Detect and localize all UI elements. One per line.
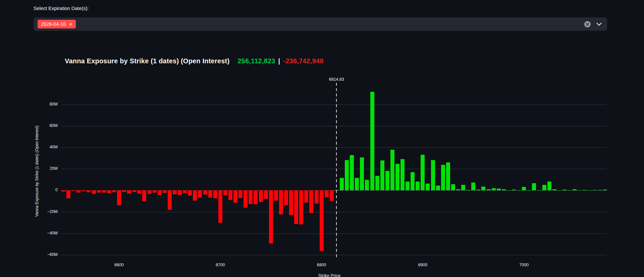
bar-6825 (345, 160, 349, 190)
x-tick-label: 6600 (109, 263, 129, 267)
bar-6635 (153, 190, 157, 192)
bar-6870 (390, 150, 394, 191)
bar-7035 (557, 190, 561, 191)
spot-price-line (336, 83, 337, 260)
bar-6560 (76, 190, 80, 192)
x-axis-title: Strike Price (318, 273, 340, 277)
bar-6800 (320, 190, 324, 251)
bar-6740 (259, 190, 263, 202)
bar-6620 (137, 190, 141, 194)
bar-6760 (279, 190, 283, 214)
y-tick-label: 20M (37, 166, 58, 171)
bar-6965 (487, 189, 491, 190)
bar-6950 (471, 183, 475, 190)
bar-6855 (375, 176, 379, 191)
bar-6700 (218, 190, 222, 222)
vanna-chart-plot-area[interactable]: 80M60M40M20M0−20M−40M−60M6814.8366006700… (0, 70, 644, 277)
bar-6975 (497, 189, 501, 190)
y-tick-label: −60M (37, 252, 58, 257)
bar-6935 (456, 189, 460, 190)
gridline-−20M (61, 212, 606, 212)
y-tick-label: 60M (37, 123, 58, 128)
bar-6865 (385, 171, 389, 190)
bar-6690 (208, 190, 212, 198)
x-tick-label: 6700 (210, 263, 230, 267)
bar-6845 (365, 180, 369, 191)
gridline-−40M (61, 233, 606, 234)
bar-6810 (330, 190, 334, 201)
bar-6875 (395, 164, 399, 190)
bar-6720 (238, 190, 243, 198)
bar-7065 (588, 190, 592, 191)
bar-6910 (431, 160, 435, 190)
chart-header: Vanna Exposure by Strike (1 dates) (Open… (65, 57, 324, 65)
bar-6790 (309, 190, 313, 213)
x-tick-label: 7000 (514, 263, 534, 267)
bar-6990 (512, 190, 516, 191)
bar-6685 (203, 190, 207, 195)
bar-6595 (112, 190, 116, 192)
bar-7080 (603, 190, 607, 190)
bar-6900 (421, 155, 425, 191)
bar-6925 (446, 162, 450, 190)
bar-7005 (527, 190, 531, 191)
bar-6645 (163, 190, 167, 193)
y-axis-title: Vanna Exposure by Strike (1 dates) (Open… (35, 126, 39, 217)
expiration-multiselect[interactable]: 2026-04-10 ✕ (34, 17, 607, 31)
bar-7055 (578, 190, 582, 191)
bar-6835 (355, 178, 359, 190)
bar-6735 (254, 190, 258, 204)
bar-6615 (132, 190, 136, 192)
y-tick-label: −40M (37, 231, 58, 235)
y-tick-label: 80M (37, 102, 58, 107)
bar-6710 (228, 190, 232, 200)
bar-7010 (532, 183, 536, 191)
tag-remove-icon[interactable]: ✕ (69, 22, 72, 26)
bar-6955 (476, 190, 480, 191)
chart-title: Vanna Exposure by Strike (1 dates) (Open… (65, 57, 229, 65)
bar-6725 (244, 190, 248, 208)
bar-6780 (299, 190, 303, 224)
bar-6670 (188, 190, 192, 196)
bar-6675 (193, 190, 197, 200)
gridline-60M (61, 126, 606, 126)
bar-6650 (168, 190, 172, 210)
bar-6575 (92, 190, 96, 194)
bar-6640 (158, 190, 162, 195)
bar-6830 (350, 155, 354, 190)
bar-6770 (289, 190, 293, 215)
bar-6930 (451, 184, 455, 190)
bar-6580 (97, 190, 101, 193)
bar-6995 (517, 190, 521, 191)
bar-6665 (183, 190, 187, 193)
bar-6755 (274, 190, 278, 200)
chevron-down-icon[interactable] (596, 23, 602, 26)
gridline-40M (61, 147, 606, 148)
bar-7025 (547, 182, 551, 190)
positive-total: 256,112,823 (237, 57, 275, 65)
bar-7075 (598, 190, 602, 190)
bar-6895 (416, 182, 420, 190)
bar-6775 (294, 190, 298, 224)
bar-7000 (522, 187, 526, 190)
clear-all-icon[interactable] (584, 21, 591, 27)
bar-6730 (249, 190, 253, 204)
bar-6680 (198, 190, 202, 198)
bar-6750 (269, 190, 273, 244)
bar-7015 (537, 190, 541, 191)
bar-6960 (481, 187, 485, 191)
bar-6920 (441, 165, 445, 190)
bar-6985 (507, 190, 511, 191)
bar-6555 (71, 190, 75, 191)
app-root: Select Expiration Date(s): 2026-04-10 ✕ … (0, 0, 644, 277)
bar-6785 (304, 190, 308, 203)
x-tick-label: 6900 (413, 263, 433, 267)
bar-6765 (284, 190, 288, 205)
bar-6600 (117, 190, 121, 205)
y-tick-label: 0 (37, 188, 58, 192)
bar-6850 (370, 92, 374, 190)
bar-6890 (411, 172, 415, 190)
bar-6915 (436, 186, 440, 190)
bar-6655 (173, 190, 177, 194)
bar-6840 (360, 157, 364, 190)
